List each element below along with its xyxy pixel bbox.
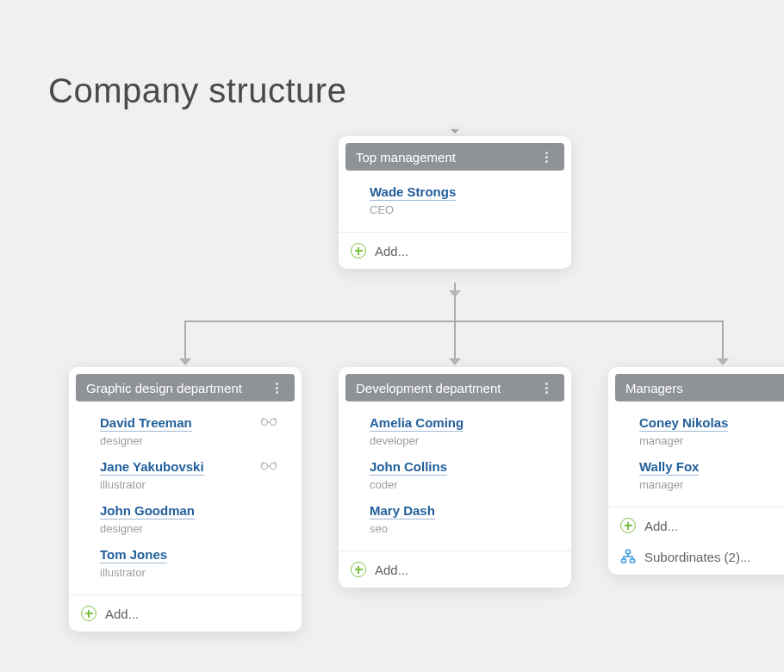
add-button[interactable]: Add... [69, 595, 302, 632]
member-name[interactable]: Wade Strongs [370, 184, 456, 201]
member-item: Jane Yakubovski illustrator [100, 454, 291, 498]
member-item: Tom Jones illustrator [100, 542, 291, 586]
member-role: coder [370, 478, 561, 491]
collapse-toggle-top[interactable] [446, 126, 464, 136]
node-header: Development department [345, 374, 564, 401]
member-name[interactable]: David Treeman [100, 415, 192, 432]
svg-rect-5 [622, 559, 626, 563]
page-title: Company structure [48, 72, 346, 110]
connector-line [184, 320, 186, 360]
add-button[interactable]: Add... [339, 233, 571, 269]
add-label: Add... [375, 244, 408, 258]
member-item: Wade Strongs CEO [370, 179, 561, 223]
member-name[interactable]: Coney Nikolas [639, 415, 728, 432]
member-name[interactable]: John Goodman [100, 503, 195, 520]
member-name[interactable]: Amelia Coming [370, 415, 464, 432]
member-item: Wally Fox manager [639, 454, 784, 498]
member-list: David Treeman designer Jane Yakubovski i… [76, 401, 295, 591]
connector-line [722, 320, 724, 360]
add-label: Add... [644, 519, 678, 533]
add-label: Add... [105, 607, 139, 621]
glasses-icon [260, 415, 277, 431]
node-title: Development department [356, 381, 501, 395]
member-role: seo [370, 522, 561, 535]
member-role: manager [639, 434, 784, 447]
subordinates-label: Subordinates (2)... [644, 550, 750, 564]
glasses-icon [260, 459, 277, 475]
member-name[interactable]: John Collins [370, 459, 447, 476]
member-role: manager [639, 478, 784, 491]
member-name[interactable]: Mary Dash [370, 503, 435, 520]
plus-icon [351, 562, 366, 577]
node-title: Graphic design department [86, 381, 242, 395]
member-list: Amelia Coming developer John Collins cod… [345, 401, 564, 547]
svg-rect-6 [631, 559, 635, 563]
node-header: Graphic design department [76, 374, 295, 401]
member-item: John Collins coder [370, 454, 561, 498]
node-title: Managers [625, 381, 683, 395]
more-menu-icon[interactable] [538, 149, 554, 165]
member-role: developer [370, 434, 561, 447]
node-header: Managers [615, 374, 784, 401]
node-development: Development department Amelia Coming dev… [339, 367, 571, 588]
more-menu-icon[interactable] [538, 380, 554, 395]
member-role: illustrator [100, 566, 291, 579]
member-name[interactable]: Jane Yakubovski [100, 459, 204, 476]
node-graphic-design: Graphic design department David Treeman … [69, 367, 302, 632]
node-top-management: Top management Wade Strongs CEO Add... [339, 136, 571, 269]
member-item: Mary Dash seo [370, 498, 561, 542]
member-item: Amelia Coming developer [370, 410, 561, 454]
add-button[interactable]: Add... [608, 507, 784, 544]
node-title: Top management [356, 150, 456, 165]
member-item: David Treeman designer [100, 410, 291, 454]
connector-line [454, 283, 456, 321]
member-name[interactable]: Wally Fox [639, 459, 699, 476]
member-role: illustrator [100, 478, 291, 491]
member-item: John Goodman designer [100, 498, 291, 542]
member-role: CEO [370, 203, 561, 216]
plus-icon [81, 606, 96, 621]
add-button[interactable]: Add... [339, 551, 571, 588]
plus-icon [620, 518, 636, 533]
more-menu-icon[interactable] [269, 380, 284, 395]
member-role: designer [100, 522, 291, 535]
add-label: Add... [375, 563, 408, 577]
member-name[interactable]: Tom Jones [100, 547, 167, 563]
svg-rect-4 [626, 551, 631, 554]
plus-icon [351, 243, 366, 258]
node-managers: Managers Coney Nikolas manager Wally Fox… [608, 367, 784, 575]
arrow-down-icon[interactable] [449, 290, 461, 297]
member-item: Coney Nikolas manager [639, 410, 784, 454]
subordinates-icon [620, 549, 636, 564]
arrow-down-icon [717, 358, 729, 365]
connector-line [454, 320, 456, 360]
member-list: Coney Nikolas manager Wally Fox manager [615, 401, 784, 503]
member-list: Wade Strongs CEO [345, 171, 564, 228]
member-role: designer [100, 434, 291, 447]
arrow-down-icon [449, 358, 461, 365]
node-header: Top management [345, 143, 564, 171]
subordinates-button[interactable]: Subordinates (2)... [608, 544, 784, 575]
org-chart-canvas: Company structure Top management Wade St… [0, 0, 784, 672]
arrow-down-icon [179, 358, 191, 365]
